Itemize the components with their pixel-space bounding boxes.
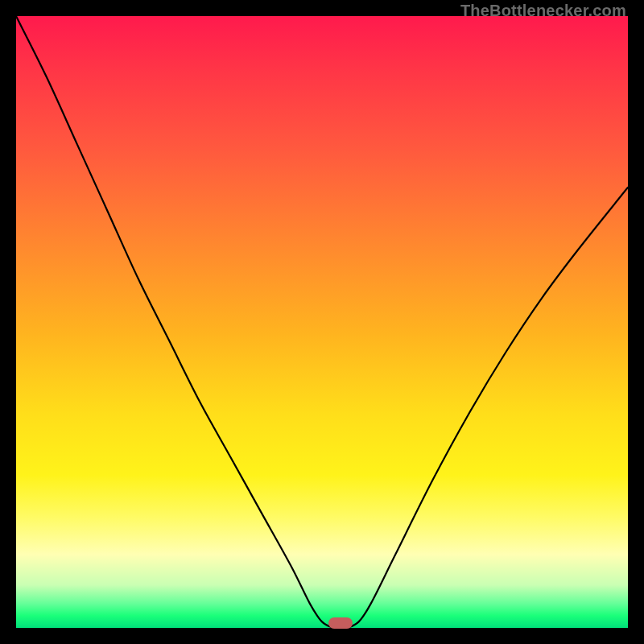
source-caption: TheBottlenecker.com <box>460 2 626 20</box>
bottleneck-curve <box>16 16 628 628</box>
chart-frame: TheBottlenecker.com <box>0 0 644 644</box>
optimal-marker <box>328 617 353 629</box>
plot-area <box>16 16 628 628</box>
